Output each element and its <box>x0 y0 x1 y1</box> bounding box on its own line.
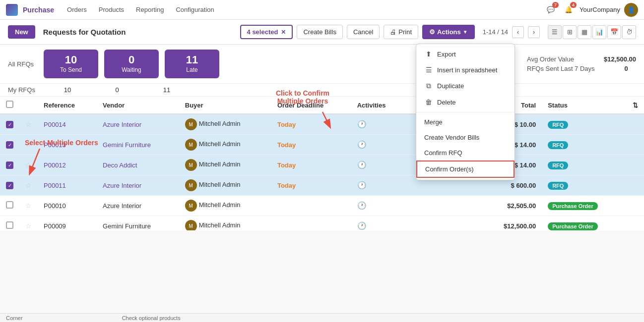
vendor-link[interactable]: Azure Interior <box>103 121 141 128</box>
select-all-checkbox[interactable] <box>6 101 13 108</box>
row-activity[interactable]: 🕐 <box>351 216 465 231</box>
buyer-name: Mitchell Admin <box>199 221 241 229</box>
calendar-view-icon[interactable]: 📅 <box>607 25 621 39</box>
print-button[interactable]: 🖨 Print <box>384 25 418 39</box>
status-header[interactable]: Status <box>542 97 627 114</box>
row-reference[interactable]: P00014 <box>38 114 97 135</box>
reference-link[interactable]: P00011 <box>44 182 66 189</box>
cancel-button[interactable]: Cancel <box>347 25 380 39</box>
vendor-link[interactable]: Azure Interior <box>103 182 141 189</box>
app-name[interactable]: Purchase <box>23 6 54 14</box>
clock-icon[interactable]: 🕐 <box>357 201 367 210</box>
row-star-cell[interactable]: ☆ <box>19 216 38 231</box>
chart-view-icon[interactable]: 📊 <box>592 25 606 39</box>
row-activity[interactable]: 🕐 <box>351 196 465 216</box>
confirm-rfq-menu-item[interactable]: Confirm RFQ <box>416 145 515 161</box>
late-card[interactable]: 11 Late <box>165 50 219 78</box>
settings-view-icon[interactable]: ⏱ <box>622 25 636 39</box>
buyer-header[interactable]: Buyer <box>179 97 271 114</box>
star-icon[interactable]: ☆ <box>25 141 32 149</box>
row-buyer: MMitchell Admin <box>179 155 271 175</box>
clock-icon[interactable]: 🕐 <box>357 221 367 230</box>
merge-menu-item[interactable]: Merge <box>416 114 515 130</box>
clock-icon[interactable]: 🕐 <box>357 120 367 128</box>
row-vendor[interactable]: Azure Interior <box>97 114 179 135</box>
row-checkbox-cell[interactable]: ✓ <box>0 114 19 135</box>
order-deadline-header[interactable]: Order Deadline <box>271 97 351 114</box>
star-icon[interactable]: ☆ <box>25 120 32 128</box>
reference-link[interactable]: P00014 <box>44 121 66 128</box>
row-checkbox-cell[interactable]: ✓ <box>0 175 19 196</box>
row-vendor[interactable]: Gemini Furniture <box>97 135 179 155</box>
row-star-cell[interactable]: ☆ <box>19 114 38 135</box>
create-vendor-bills-menu-item[interactable]: Create Vendor Bills <box>416 130 515 145</box>
row-reference[interactable]: P00009 <box>38 216 97 231</box>
nav-products[interactable]: Products <box>94 4 129 15</box>
chevron-down-icon: ▼ <box>463 29 468 35</box>
vendor-link[interactable]: Deco Addict <box>103 161 137 169</box>
clock-icon[interactable]: 🕐 <box>357 161 367 169</box>
messages-icon[interactable]: 💬 7 <box>544 3 558 17</box>
star-icon[interactable]: ☆ <box>25 222 32 230</box>
row-checkbox[interactable]: ✓ <box>6 141 13 149</box>
reference-header[interactable]: Reference <box>38 97 97 114</box>
row-star-cell[interactable]: ☆ <box>19 135 38 155</box>
star-icon[interactable]: ☆ <box>25 161 32 169</box>
row-checkbox[interactable] <box>6 221 13 229</box>
row-star-cell[interactable]: ☆ <box>19 155 38 175</box>
row-reference[interactable]: P00012 <box>38 155 97 175</box>
nav-orders[interactable]: Orders <box>62 4 92 15</box>
row-checkbox[interactable]: ✓ <box>6 121 13 128</box>
row-checkbox-cell[interactable]: ✓ <box>0 135 19 155</box>
delete-menu-item[interactable]: 🗑 Delete <box>416 94 515 110</box>
create-bills-button[interactable]: Create Bills <box>297 25 342 39</box>
clock-icon[interactable]: 🕐 <box>357 181 367 189</box>
all-rfqs-label[interactable]: All RFQs <box>8 60 38 68</box>
clock-icon[interactable]: 🕐 <box>357 140 367 149</box>
confirm-orders-menu-item[interactable]: Confirm Order(s) <box>416 161 515 178</box>
row-reference[interactable]: P00013 <box>38 135 97 155</box>
clear-selection-icon[interactable]: ✕ <box>281 29 286 36</box>
select-all-header[interactable] <box>0 97 19 114</box>
row-vendor[interactable]: Deco Addict <box>97 155 179 175</box>
row-checkbox[interactable] <box>6 201 13 209</box>
to-send-card[interactable]: 10 To Send <box>44 50 98 78</box>
next-page-button[interactable]: › <box>528 26 540 38</box>
nav-configuration[interactable]: Configuration <box>171 4 219 15</box>
rfqs-sent-label: RFQs Sent Last 7 Days <box>527 65 595 72</box>
my-rfqs-label[interactable]: My RFQs <box>8 86 38 94</box>
row-checkbox[interactable]: ✓ <box>6 161 13 169</box>
actions-button[interactable]: ⚙ ⚙ Actions Actions ▼ <box>422 25 475 39</box>
insert-spreadsheet-menu-item[interactable]: ☰ Insert in spreadsheet <box>416 62 515 78</box>
reference-link[interactable]: P00012 <box>44 161 66 169</box>
duplicate-menu-item[interactable]: ⧉ Duplicate <box>416 78 515 94</box>
kanban-view-icon[interactable]: ⊞ <box>563 25 577 39</box>
star-icon[interactable]: ☆ <box>25 202 32 210</box>
row-checkbox[interactable]: ✓ <box>6 182 13 189</box>
row-star-cell[interactable]: ☆ <box>19 175 38 196</box>
row-checkbox-cell[interactable] <box>0 216 19 231</box>
selected-count-button[interactable]: 4 selected ✕ <box>240 25 293 39</box>
row-checkbox-cell[interactable] <box>0 196 19 216</box>
nav-reporting[interactable]: Reporting <box>131 4 169 15</box>
row-vendor[interactable]: Azure Interior <box>97 175 179 196</box>
grid-view-icon[interactable]: ▦ <box>578 25 591 39</box>
settings-header[interactable]: ⇅ <box>627 97 644 114</box>
waiting-label: Waiting <box>114 66 149 73</box>
star-icon[interactable]: ☆ <box>25 181 32 189</box>
row-reference[interactable]: P00010 <box>38 196 97 216</box>
reference-link[interactable]: P00013 <box>44 141 66 149</box>
row-reference[interactable]: P00011 <box>38 175 97 196</box>
export-menu-item[interactable]: ⬆ Export <box>416 46 515 62</box>
notifications-icon[interactable]: 🔔 4 <box>562 3 576 17</box>
view-icons: ☰ ⊞ ▦ 📊 📅 ⏱ <box>548 25 636 39</box>
waiting-card[interactable]: 0 Waiting <box>104 50 159 78</box>
new-button[interactable]: New <box>8 25 35 39</box>
vendor-header[interactable]: Vendor <box>97 97 179 114</box>
row-checkbox-cell[interactable]: ✓ <box>0 155 19 175</box>
row-star-cell[interactable]: ☆ <box>19 196 38 216</box>
user-avatar[interactable]: 👤 <box>624 3 638 17</box>
prev-page-button[interactable]: ‹ <box>512 26 524 38</box>
vendor-link[interactable]: Gemini Furniture <box>103 141 151 149</box>
list-view-icon[interactable]: ☰ <box>548 25 562 39</box>
